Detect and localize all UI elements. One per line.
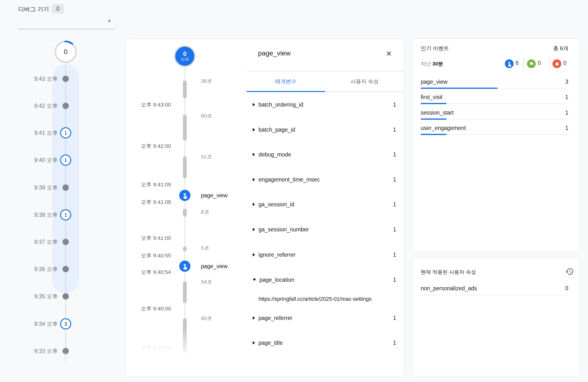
duration-label: 39초 <box>201 78 211 84</box>
top-event-bar <box>421 103 446 104</box>
user-properties-title: 현재 적용된 사용자 속성 <box>421 269 476 275</box>
param-name: engagement_time_msec <box>258 176 320 183</box>
timeline-dot[interactable] <box>63 184 69 191</box>
top-event-name[interactable]: first_visit <box>421 93 442 101</box>
chevron-right-icon[interactable] <box>253 341 255 344</box>
chevron-right-icon[interactable] <box>253 316 255 320</box>
tap-icon[interactable] <box>179 190 190 201</box>
param-name: ga_session_id <box>258 201 294 208</box>
chevron-down-icon[interactable]: ▼ <box>107 19 112 24</box>
chevron-right-icon[interactable] <box>253 153 255 156</box>
timeline-fade-overlay <box>12 351 116 382</box>
debugview-page: 디버그 기기 0 ▼ 0 9:43 오후9:42 오후9:41 오후19:40 … <box>0 0 588 382</box>
activity-bar <box>183 157 187 178</box>
tab-parameters[interactable]: 매개변수 <box>246 71 325 91</box>
param-row[interactable]: page_location1 <box>246 274 396 285</box>
param-name: ga_session_number <box>258 226 309 233</box>
param-row[interactable]: ignore_referrer1 <box>246 249 396 260</box>
minute-summary-count: 0 <box>64 48 67 56</box>
detail-tabbar: 매개변수 사용자 속성 <box>246 71 404 92</box>
timeline-dot[interactable] <box>63 293 69 299</box>
event-stream-time-label: 오후 9:41:09 <box>130 181 171 188</box>
top-event-count: 1 <box>538 109 568 116</box>
top-event-bar <box>421 118 446 120</box>
timeline-count-bubble[interactable]: 1 <box>60 155 71 166</box>
top-event-name[interactable]: page_view <box>421 78 447 86</box>
device-selector-label: 디버그 기기 <box>18 5 49 13</box>
duration-label: 54초 <box>201 278 211 285</box>
minute-summary-ring[interactable]: 0 <box>54 41 77 63</box>
param-row[interactable]: ga_session_number1 <box>246 224 396 235</box>
top-event-bar <box>421 88 498 89</box>
top-event-name[interactable]: session_start <box>421 109 454 116</box>
timeline-count-bubble[interactable]: 3 <box>60 318 71 329</box>
close-icon[interactable]: ✕ <box>383 48 395 59</box>
param-row[interactable]: batch_ordering_id1 <box>246 99 396 110</box>
chevron-right-icon[interactable] <box>253 128 255 131</box>
tap-icon[interactable] <box>505 59 514 68</box>
timeline-time-label: 9:41 오후 <box>15 129 58 137</box>
top-events-title: 인기 이벤트 <box>421 45 449 52</box>
bug-icon[interactable] <box>552 59 561 68</box>
activity-bar <box>183 115 187 141</box>
duration-label: 60초 <box>201 315 211 322</box>
chevron-right-icon[interactable] <box>253 203 255 206</box>
tab-user-properties[interactable]: 사용자 속성 <box>325 71 404 91</box>
new-events-bubble[interactable]: 0 신규 <box>174 45 195 67</box>
flag-icon[interactable] <box>527 59 536 68</box>
event-stream-time-label: 오후 9:43:00 <box>130 101 171 109</box>
timeline-count-bubble[interactable]: 1 <box>60 127 71 138</box>
activity-bar <box>183 281 187 303</box>
param-count: 1 <box>393 101 396 108</box>
param-row[interactable]: page_title1 <box>246 337 396 348</box>
duration-label: 8초 <box>201 208 209 215</box>
param-row[interactable]: debug_mode1 <box>246 149 396 160</box>
counter-divider <box>523 58 524 69</box>
event-stream-event-name[interactable]: page_view <box>201 262 228 270</box>
tap-count: 6 <box>514 60 520 67</box>
event-stream-time-label: 오후 9:41:00 <box>130 235 171 242</box>
timeline-time-label: 9:34 오후 <box>15 320 58 328</box>
timeline-time-label: 9:40 오후 <box>15 156 58 164</box>
tap-icon[interactable] <box>179 261 190 272</box>
duration-label: 60초 <box>201 112 211 119</box>
timeline-time-label: 9:39 오후 <box>15 184 58 191</box>
device-selector-underline[interactable] <box>18 29 115 29</box>
event-stream-event-name[interactable]: page_view <box>201 191 228 200</box>
timeline-dot[interactable] <box>63 103 69 109</box>
param-name: ignore_referrer <box>258 252 295 258</box>
param-count: 1 <box>393 201 396 208</box>
timeline-dot[interactable] <box>63 76 69 82</box>
user-property-name[interactable]: non_personalized_ads <box>421 284 477 292</box>
top-event-count: 1 <box>538 124 568 132</box>
chevron-right-icon[interactable] <box>253 178 255 181</box>
timeline-time-label: 9:36 오후 <box>15 265 58 273</box>
param-row[interactable]: batch_page_id1 <box>246 124 396 135</box>
timeline-axis-line <box>65 63 66 380</box>
history-icon[interactable] <box>564 266 575 277</box>
duration-label: 5초 <box>201 245 209 251</box>
param-count: 1 <box>393 340 396 346</box>
chevron-down-icon[interactable] <box>253 279 256 281</box>
param-row[interactable]: engagement_time_msec1 <box>246 174 396 185</box>
timeline-time-label: 9:37 오후 <box>15 238 58 246</box>
chevron-right-icon[interactable] <box>253 228 255 231</box>
param-name: batch_page_id <box>258 127 295 133</box>
param-row[interactable]: ga_session_id1 <box>246 199 396 210</box>
top-events-card: 인기 이벤트 총 6개 지난 30분 6 0 0 page_view3first… <box>412 39 580 252</box>
param-name: page_referrer <box>258 315 292 321</box>
param-count: 1 <box>393 176 396 183</box>
timeline-dot[interactable] <box>63 239 69 245</box>
param-count: 1 <box>393 226 396 233</box>
param-count: 1 <box>393 151 396 158</box>
param-name: page_title <box>258 340 283 346</box>
timeline-count-bubble[interactable]: 1 <box>60 209 71 221</box>
event-detail-card: 0 신규 오후 9:43:00오후 9:42:00오후 9:41:09오후 9:… <box>125 39 404 377</box>
chevron-right-icon[interactable] <box>253 103 255 106</box>
chevron-right-icon[interactable] <box>253 253 255 256</box>
user-property-value: 0 <box>538 284 568 292</box>
new-events-label: 신규 <box>181 57 189 62</box>
timeline-dot[interactable] <box>63 266 69 272</box>
top-event-name[interactable]: user_engagement <box>421 124 466 132</box>
param-row[interactable]: page_referrer1 <box>246 313 396 323</box>
